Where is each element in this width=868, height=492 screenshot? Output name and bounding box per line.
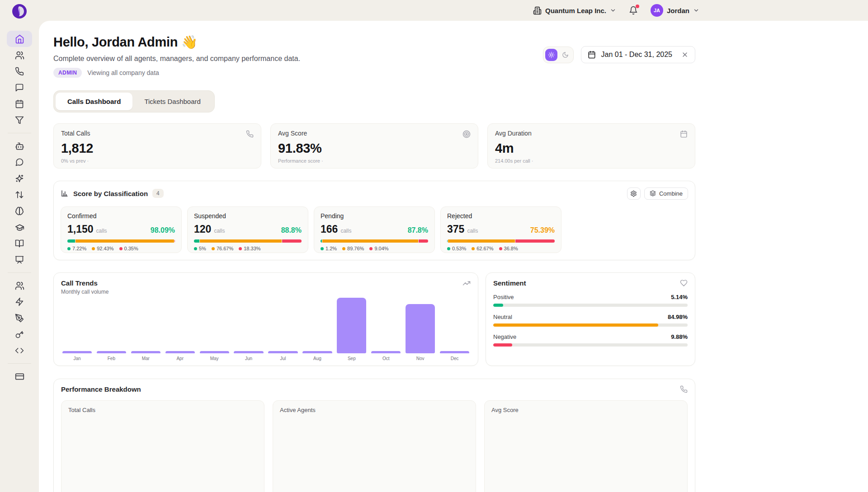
sidebar-item-home[interactable]	[7, 31, 32, 47]
chart-x-label: Sep	[348, 356, 356, 361]
performance-column-label: Total Calls	[68, 407, 257, 413]
chart-x-label: Apr	[176, 356, 184, 361]
sidebar-item-keys[interactable]	[7, 326, 32, 342]
legend-item: 7.22%	[67, 246, 86, 251]
sentiment-track	[493, 343, 688, 347]
settings-button[interactable]	[627, 187, 641, 200]
sidebar-item-filters[interactable]	[7, 112, 32, 128]
sidebar-item-developer[interactable]	[7, 342, 32, 359]
classification-bar-segment	[515, 239, 555, 243]
sentiment-fill	[493, 304, 503, 307]
chart-bar	[371, 351, 401, 353]
sidebar-item-chat[interactable]	[7, 154, 32, 170]
theme-toggle[interactable]	[543, 47, 574, 63]
chart-bar	[268, 351, 297, 353]
bar-chart: JanFebMarAprMayJunJulAugSepOctNovDec	[61, 298, 471, 361]
classification-bar-segment	[175, 239, 175, 243]
zap-icon	[15, 297, 24, 306]
chart-bar-group: Dec	[439, 351, 471, 361]
page-title: Hello, Jordan Admin 👋	[53, 34, 300, 50]
classification-name: Confirmed	[67, 212, 175, 220]
stat-label: Avg Duration	[495, 130, 688, 137]
combine-button[interactable]: Combine	[644, 187, 688, 200]
chart-bar-group: Jan	[61, 351, 93, 361]
chart-subtitle: Monthly call volume	[61, 289, 108, 295]
chart-bar-group: Sep	[335, 298, 368, 361]
legend-dot	[194, 247, 197, 250]
date-range-value: Jan 01 - Dec 31, 2025	[601, 51, 672, 59]
chart-bar	[234, 351, 263, 353]
classification-cards: Confirmed 1,150 calls 98.09% 7.22%92.43%…	[61, 206, 688, 253]
classification-score: 98.09%	[151, 226, 175, 234]
classification-card-confirmed: Confirmed 1,150 calls 98.09% 7.22%92.43%…	[61, 206, 182, 253]
stat-note: Performance score ·	[278, 158, 471, 164]
sidebar-item-ai[interactable]	[7, 170, 32, 187]
chart-bar	[131, 351, 160, 353]
clear-date-button[interactable]	[681, 51, 689, 58]
sidebar-item-billing[interactable]	[7, 368, 32, 384]
classification-bar-segment	[419, 239, 428, 243]
calendar-icon	[588, 51, 596, 59]
chart-bar	[165, 351, 195, 353]
classification-calls-unit: calls	[214, 228, 225, 234]
sidebar-item-design[interactable]	[7, 310, 32, 326]
tab-tickets-dashboard[interactable]: Tickets Dashboard	[132, 93, 212, 110]
classification-legend: 0.53%62.67%36.8%	[447, 246, 555, 251]
sentiment-title: Sentiment	[493, 279, 526, 287]
sidebar-item-training[interactable]	[7, 219, 32, 235]
sidebar-item-presentations[interactable]	[7, 252, 32, 268]
moon-icon	[562, 52, 569, 58]
role-note: Viewing all company data	[87, 69, 159, 76]
tab-calls-dashboard[interactable]: Calls Dashboard	[56, 93, 132, 110]
app-logo	[12, 4, 27, 19]
sidebar-item-library[interactable]	[7, 235, 32, 252]
filter-icon	[15, 116, 24, 125]
stat-note: 214.00s per call ·	[495, 158, 688, 164]
calendar-icon	[15, 99, 24, 108]
sentiment-track	[493, 323, 688, 327]
sentiment-label: Positive	[493, 294, 514, 300]
sidebar-item-messages[interactable]	[7, 80, 32, 96]
light-theme-button[interactable]	[545, 49, 557, 61]
legend-dot	[369, 247, 373, 250]
classification-calls: 375	[447, 223, 464, 235]
chart-bar	[62, 351, 92, 353]
notifications-button[interactable]	[629, 6, 638, 15]
classification-bar-segment	[322, 239, 418, 243]
classification-calls: 120	[194, 223, 211, 235]
classification-bar-segment	[321, 239, 322, 243]
topbar: Quantum Leap Inc. JA Jordan	[39, 0, 868, 21]
page-header: Hello, Jordan Admin 👋 Complete overview …	[53, 34, 300, 78]
performance-breakdown-card: Performance Breakdown Total Calls Active…	[53, 379, 695, 492]
user-menu[interactable]: JA Jordan	[651, 4, 699, 17]
sidebar-item-bot[interactable]	[7, 138, 32, 154]
chart-bar-group: Apr	[164, 351, 196, 361]
sidebar-item-transfers[interactable]	[7, 187, 32, 203]
gear-icon	[630, 190, 637, 197]
sidebar-item-automations[interactable]	[7, 294, 32, 310]
chart-x-label: Mar	[142, 356, 150, 361]
classification-legend: 7.22%92.43%0.35%	[67, 246, 175, 251]
sentiment-label: Negative	[493, 333, 516, 340]
role-badge: ADMIN	[53, 68, 82, 78]
classification-bar-segment	[282, 239, 302, 243]
legend-item: 0.35%	[119, 246, 138, 251]
stat-value: 4m	[495, 141, 688, 156]
sidebar-item-calls[interactable]	[7, 63, 32, 80]
legend-dot	[67, 247, 71, 250]
sidebar-item-calendar[interactable]	[7, 96, 32, 112]
sidebar-item-insights[interactable]	[7, 203, 32, 219]
company-selector[interactable]: Quantum Leap Inc.	[533, 6, 616, 15]
sentiment-label: Neutral	[493, 314, 512, 320]
chart-x-label: Jan	[73, 356, 80, 361]
stat-value: 91.83%	[278, 141, 471, 156]
sidebar-item-users[interactable]	[7, 47, 32, 63]
heart-icon	[680, 279, 688, 287]
date-range-picker[interactable]: Jan 01 - Dec 31, 2025	[581, 46, 695, 63]
chart-x-label: Aug	[313, 356, 321, 361]
sidebar-item-team[interactable]	[7, 277, 32, 294]
stat-label: Total Calls	[61, 130, 254, 137]
dark-theme-button[interactable]	[559, 49, 571, 61]
classification-legend: 1.2%89.76%9.04%	[321, 246, 428, 251]
chart-bar	[302, 351, 332, 353]
